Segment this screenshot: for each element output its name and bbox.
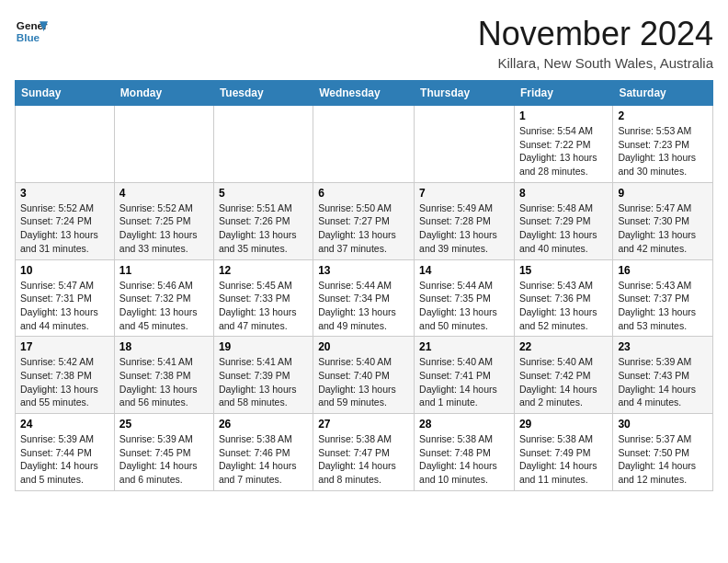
day-info: Sunrise: 5:39 AM Sunset: 7:43 PM Dayligh… [618,355,708,409]
location: Killara, New South Wales, Australia [478,55,713,71]
day-number: 17 [20,340,109,353]
day-number: 20 [318,340,409,353]
day-number: 8 [519,187,608,200]
day-number: 15 [519,264,608,277]
day-info: Sunrise: 5:52 AM Sunset: 7:24 PM Dayligh… [20,201,109,256]
calendar-cell: 3Sunrise: 5:52 AM Sunset: 7:24 PM Daylig… [16,182,115,259]
calendar-cell: 21Sunrise: 5:40 AM Sunset: 7:41 PM Dayli… [415,337,515,414]
calendar-cell: 6Sunrise: 5:50 AM Sunset: 7:27 PM Daylig… [313,182,415,259]
calendar-cell: 14Sunrise: 5:44 AM Sunset: 7:35 PM Dayli… [415,259,515,337]
day-info: Sunrise: 5:53 AM Sunset: 7:23 PM Dayligh… [618,124,708,178]
weekday-header-saturday: Saturday [613,81,713,106]
day-number: 6 [318,187,409,200]
day-info: Sunrise: 5:37 AM Sunset: 7:50 PM Dayligh… [618,432,708,487]
day-number: 29 [519,418,608,431]
calendar-cell: 30Sunrise: 5:37 AM Sunset: 7:50 PM Dayli… [613,414,713,491]
calendar-cell: 10Sunrise: 5:47 AM Sunset: 7:31 PM Dayli… [16,259,115,337]
day-info: Sunrise: 5:38 AM Sunset: 7:47 PM Dayligh… [318,432,409,487]
day-number: 22 [519,340,608,353]
day-number: 13 [318,264,409,277]
calendar-cell: 20Sunrise: 5:40 AM Sunset: 7:40 PM Dayli… [313,337,415,414]
day-info: Sunrise: 5:52 AM Sunset: 7:25 PM Dayligh… [119,201,209,256]
day-number: 21 [419,340,509,353]
calendar-cell: 23Sunrise: 5:39 AM Sunset: 7:43 PM Dayli… [613,337,713,414]
day-info: Sunrise: 5:38 AM Sunset: 7:48 PM Dayligh… [419,432,509,487]
day-number: 4 [119,187,209,200]
day-number: 2 [618,109,708,122]
day-info: Sunrise: 5:40 AM Sunset: 7:40 PM Dayligh… [318,355,409,409]
day-number: 26 [219,418,308,431]
calendar-cell: 16Sunrise: 5:43 AM Sunset: 7:37 PM Dayli… [613,259,713,337]
weekday-row: SundayMondayTuesdayWednesdayThursdayFrid… [16,81,713,106]
calendar-cell: 26Sunrise: 5:38 AM Sunset: 7:46 PM Dayli… [213,414,313,491]
calendar-cell: 1Sunrise: 5:54 AM Sunset: 7:22 PM Daylig… [514,106,612,183]
weekday-header-monday: Monday [114,81,213,106]
day-info: Sunrise: 5:43 AM Sunset: 7:37 PM Dayligh… [618,279,708,333]
calendar-cell: 28Sunrise: 5:38 AM Sunset: 7:48 PM Dayli… [415,414,515,491]
day-number: 18 [119,340,209,353]
calendar-cell: 25Sunrise: 5:39 AM Sunset: 7:45 PM Dayli… [114,414,213,491]
day-info: Sunrise: 5:48 AM Sunset: 7:29 PM Dayligh… [519,201,608,256]
day-info: Sunrise: 5:41 AM Sunset: 7:38 PM Dayligh… [119,355,209,409]
day-info: Sunrise: 5:39 AM Sunset: 7:44 PM Dayligh… [20,432,109,487]
day-number: 23 [618,340,708,353]
day-info: Sunrise: 5:47 AM Sunset: 7:30 PM Dayligh… [618,201,708,256]
calendar-cell [415,106,515,183]
day-number: 10 [20,264,109,277]
svg-text:Blue: Blue [17,31,40,43]
day-info: Sunrise: 5:49 AM Sunset: 7:28 PM Dayligh… [419,201,509,256]
day-info: Sunrise: 5:51 AM Sunset: 7:26 PM Dayligh… [219,201,308,256]
calendar-table: SundayMondayTuesdayWednesdayThursdayFrid… [15,80,713,491]
calendar-cell: 7Sunrise: 5:49 AM Sunset: 7:28 PM Daylig… [415,182,515,259]
calendar-cell [313,106,415,183]
day-number: 24 [20,418,109,431]
day-number: 25 [119,418,209,431]
calendar-cell: 18Sunrise: 5:41 AM Sunset: 7:38 PM Dayli… [114,337,213,414]
day-number: 30 [618,418,708,431]
weekday-header-thursday: Thursday [415,81,515,106]
day-info: Sunrise: 5:38 AM Sunset: 7:46 PM Dayligh… [219,432,308,487]
calendar-week-2: 3Sunrise: 5:52 AM Sunset: 7:24 PM Daylig… [16,182,713,259]
day-number: 27 [318,418,409,431]
calendar-cell: 2Sunrise: 5:53 AM Sunset: 7:23 PM Daylig… [613,106,713,183]
calendar-cell [114,106,213,183]
day-info: Sunrise: 5:43 AM Sunset: 7:36 PM Dayligh… [519,279,608,333]
calendar-cell: 13Sunrise: 5:44 AM Sunset: 7:34 PM Dayli… [313,259,415,337]
day-number: 5 [219,187,308,200]
day-info: Sunrise: 5:44 AM Sunset: 7:35 PM Dayligh… [419,279,509,333]
calendar-cell [213,106,313,183]
calendar-cell: 27Sunrise: 5:38 AM Sunset: 7:47 PM Dayli… [313,414,415,491]
calendar-cell: 15Sunrise: 5:43 AM Sunset: 7:36 PM Dayli… [514,259,612,337]
logo-icon: General Blue [15,15,48,48]
day-number: 11 [119,264,209,277]
weekday-header-wednesday: Wednesday [313,81,415,106]
day-number: 3 [20,187,109,200]
calendar-cell: 29Sunrise: 5:38 AM Sunset: 7:49 PM Dayli… [514,414,612,491]
day-number: 12 [219,264,308,277]
day-info: Sunrise: 5:45 AM Sunset: 7:33 PM Dayligh… [219,279,308,333]
calendar-cell: 5Sunrise: 5:51 AM Sunset: 7:26 PM Daylig… [213,182,313,259]
month-title: November 2024 [478,15,713,53]
day-number: 14 [419,264,509,277]
day-info: Sunrise: 5:40 AM Sunset: 7:41 PM Dayligh… [419,355,509,409]
calendar-week-1: 1Sunrise: 5:54 AM Sunset: 7:22 PM Daylig… [16,106,713,183]
calendar-week-4: 17Sunrise: 5:42 AM Sunset: 7:38 PM Dayli… [16,337,713,414]
calendar-cell: 22Sunrise: 5:40 AM Sunset: 7:42 PM Dayli… [514,337,612,414]
day-number: 9 [618,187,708,200]
calendar-header: SundayMondayTuesdayWednesdayThursdayFrid… [16,81,713,106]
calendar-body: 1Sunrise: 5:54 AM Sunset: 7:22 PM Daylig… [16,106,713,491]
day-number: 7 [419,187,509,200]
day-info: Sunrise: 5:46 AM Sunset: 7:32 PM Dayligh… [119,279,209,333]
day-info: Sunrise: 5:50 AM Sunset: 7:27 PM Dayligh… [318,201,409,256]
day-info: Sunrise: 5:54 AM Sunset: 7:22 PM Dayligh… [519,124,608,178]
day-info: Sunrise: 5:41 AM Sunset: 7:39 PM Dayligh… [219,355,308,409]
page-header: General Blue November 2024 Killara, New … [15,15,713,71]
calendar-cell: 11Sunrise: 5:46 AM Sunset: 7:32 PM Dayli… [114,259,213,337]
weekday-header-friday: Friday [514,81,612,106]
calendar-cell: 24Sunrise: 5:39 AM Sunset: 7:44 PM Dayli… [16,414,115,491]
calendar-cell: 17Sunrise: 5:42 AM Sunset: 7:38 PM Dayli… [16,337,115,414]
calendar-cell: 12Sunrise: 5:45 AM Sunset: 7:33 PM Dayli… [213,259,313,337]
calendar-cell [16,106,115,183]
title-block: November 2024 Killara, New South Wales, … [478,15,713,71]
calendar-cell: 9Sunrise: 5:47 AM Sunset: 7:30 PM Daylig… [613,182,713,259]
